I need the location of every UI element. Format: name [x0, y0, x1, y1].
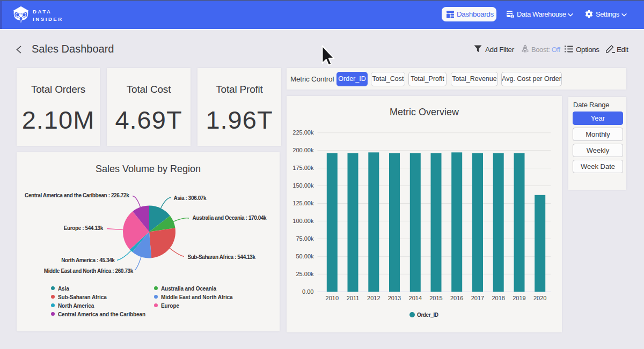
svg-text:Europe : 544.13k: Europe : 544.13k	[64, 225, 104, 231]
svg-text:125.00k: 125.00k	[292, 200, 314, 206]
svg-text:2014: 2014	[409, 295, 422, 301]
svg-text:150.00k: 150.00k	[292, 182, 314, 189]
svg-text:2011: 2011	[347, 295, 360, 301]
svg-text:50.00k: 50.00k	[296, 253, 314, 259]
svg-text:75.00k: 75.00k	[296, 235, 314, 242]
svg-text:175.00k: 175.00k	[292, 165, 314, 171]
svg-text:0.00: 0.00	[302, 288, 313, 295]
svg-text:Order_ID: Order_ID	[417, 312, 438, 318]
svg-text:2012: 2012	[367, 295, 380, 301]
svg-text:Australia and Oceania : 170.04: Australia and Oceania : 170.04k	[193, 215, 267, 221]
svg-text:North America : 45.34k: North America : 45.34k	[61, 257, 115, 263]
svg-text:Sub-Saharan Africa : 544.13k: Sub-Saharan Africa : 544.13k	[187, 254, 255, 260]
svg-text:2019: 2019	[513, 295, 525, 301]
svg-text:25.00k: 25.00k	[296, 271, 314, 277]
svg-text:Middle East and North Africa :: Middle East and North Africa : 260.73k	[44, 268, 134, 274]
svg-text:2017: 2017	[471, 295, 484, 301]
svg-text:2010: 2010	[326, 295, 339, 301]
svg-text:2020: 2020	[533, 295, 546, 301]
svg-text:100.00k: 100.00k	[292, 218, 314, 224]
svg-text:2015: 2015	[429, 295, 442, 301]
svg-text:Central America and the Caribb: Central America and the Caribbean : 226.…	[25, 192, 129, 198]
svg-text:Asia : 306.07k: Asia : 306.07k	[174, 195, 207, 201]
svg-text:2013: 2013	[388, 295, 401, 301]
svg-text:2016: 2016	[450, 295, 463, 301]
svg-text:225.00k: 225.00k	[292, 129, 314, 136]
svg-text:2018: 2018	[492, 295, 504, 301]
svg-text:200.00k: 200.00k	[292, 147, 314, 153]
